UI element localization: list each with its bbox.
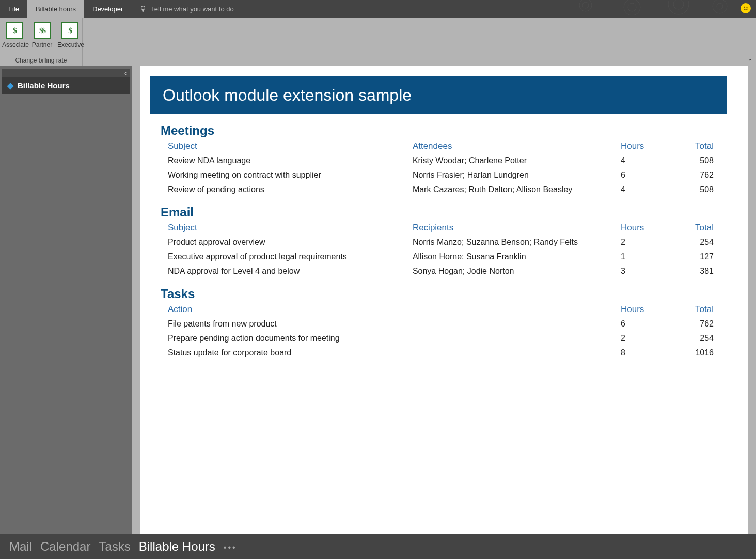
cell-total: 254 (670, 235, 717, 250)
table-row: Product approval overview Norris Manzo; … (161, 235, 717, 250)
rate-partner-label: Partner (31, 41, 53, 49)
table-row: Review of pending actions Mark Cazares; … (161, 182, 717, 197)
section-title-meetings: Meetings (161, 123, 717, 138)
nav-calendar[interactable]: Calendar (40, 539, 90, 554)
rate-associate-button[interactable]: $ Associate (2, 21, 27, 49)
cell-total: 762 (670, 317, 717, 331)
rate-partner-button[interactable]: $$ Partner (31, 21, 53, 49)
page-title: Outlook module extension sample (150, 76, 727, 114)
sidebar: ‹ ◆ Billable Hours (0, 66, 132, 534)
nav-tasks[interactable]: Tasks (99, 539, 130, 554)
col-total: Total (670, 222, 717, 235)
cell-action: Status update for corporate board (161, 346, 613, 360)
table-row: Status update for corporate board 8 1016 (161, 346, 717, 360)
tell-me-placeholder: Tell me what you want to do (151, 5, 233, 13)
cell-hours: 6 (613, 168, 670, 182)
cell-recipients: Sonya Hogan; Jodie Norton (405, 264, 613, 278)
cell-attendees: Norris Frasier; Harlan Lundgren (405, 168, 613, 182)
cell-total: 1016 (670, 346, 717, 360)
cell-recipients: Allison Horne; Susana Franklin (405, 250, 613, 264)
tab-file[interactable]: File (0, 0, 27, 18)
decorative-swirl (565, 0, 741, 15)
svg-point-0 (141, 6, 145, 10)
cell-action: Prepare pending action documents for mee… (161, 331, 613, 346)
lightbulb-icon (139, 5, 147, 12)
table-row: Executive approval of product legal requ… (161, 250, 717, 264)
cell-recipients: Norris Manzo; Suzanna Benson; Randy Felt… (405, 235, 613, 250)
cell-subject: Working meeting on contract with supplie… (161, 168, 405, 182)
dollar-icon: $$ (34, 22, 51, 39)
cell-hours: 2 (613, 235, 670, 250)
col-hours: Hours (613, 222, 670, 235)
sidebar-item-label: Billable Hours (18, 81, 70, 90)
cell-total: 254 (670, 331, 717, 346)
bottom-nav: Mail Calendar Tasks Billable Hours ••• (0, 534, 756, 559)
tab-billable-hours[interactable]: Billable hours (27, 0, 84, 18)
cell-total: 381 (670, 264, 717, 278)
col-hours: Hours (613, 140, 670, 153)
cell-total: 127 (670, 250, 717, 264)
cell-hours: 3 (613, 264, 670, 278)
cell-hours: 6 (613, 317, 670, 331)
content-panel: Outlook module extension sample Meetings… (140, 66, 748, 534)
ribbon-tab-row: File Billable hours Developer Tell me wh… (0, 0, 756, 18)
svg-point-9 (713, 0, 727, 13)
tasks-table: Action Hours Total File patents from new… (161, 303, 717, 360)
col-hours: Hours (613, 303, 670, 317)
ribbon: $ Associate $$ Partner $ Executive Chang… (0, 18, 756, 66)
dollar-icon: $ (61, 22, 78, 39)
table-row: File patents from new product 6 762 (161, 317, 717, 331)
col-attendees: Attendees (405, 140, 613, 153)
svg-point-4 (582, 2, 589, 8)
ribbon-group-label: Change billing rate (0, 57, 82, 64)
email-table: Subject Recipients Hours Total Product a… (161, 222, 717, 278)
cell-subject: Executive approval of product legal requ… (161, 250, 405, 264)
sidebar-collapse-handle[interactable]: ‹ (2, 69, 130, 77)
section-title-email: Email (161, 205, 717, 220)
cell-hours: 4 (613, 153, 670, 168)
cell-attendees: Kristy Woodar; Charlene Potter (405, 153, 613, 168)
cell-hours: 1 (613, 250, 670, 264)
cell-total: 508 (670, 182, 717, 197)
table-row: Review NDA language Kristy Woodar; Charl… (161, 153, 717, 168)
section-title-tasks: Tasks (161, 287, 717, 301)
svg-point-5 (624, 0, 640, 15)
svg-point-12 (746, 7, 747, 8)
tab-developer[interactable]: Developer (84, 0, 131, 18)
cell-hours: 4 (613, 182, 670, 197)
cell-subject: Product approval overview (161, 235, 405, 250)
table-row: Working meeting on contract with supplie… (161, 168, 717, 182)
cell-hours: 2 (613, 331, 670, 346)
rate-associate-label: Associate (2, 41, 27, 49)
col-action: Action (161, 303, 613, 317)
sidebar-item-billable-hours[interactable]: ◆ Billable Hours (2, 77, 130, 94)
cell-total: 508 (670, 153, 717, 168)
meetings-table: Subject Attendees Hours Total Review NDA… (161, 140, 717, 197)
rate-executive-label: Executive (57, 41, 82, 49)
cell-hours: 8 (613, 346, 670, 360)
cell-total: 762 (670, 168, 717, 182)
col-recipients: Recipients (405, 222, 613, 235)
module-icon: ◆ (7, 81, 13, 90)
svg-point-7 (668, 0, 689, 14)
col-total: Total (670, 140, 717, 153)
col-total: Total (670, 303, 717, 317)
cell-subject: Review NDA language (161, 153, 405, 168)
cell-subject: Review of pending actions (161, 182, 405, 197)
svg-point-10 (717, 3, 723, 9)
table-row: NDA approval for Level 4 and below Sonya… (161, 264, 717, 278)
nav-more-icon[interactable]: ••• (224, 541, 237, 552)
nav-mail[interactable]: Mail (9, 539, 32, 554)
collapse-ribbon-button[interactable]: ⌃ (748, 58, 753, 65)
dollar-icon: $ (6, 22, 23, 39)
ribbon-group-change-billing-rate: $ Associate $$ Partner $ Executive Chang… (0, 18, 83, 66)
col-subject: Subject (161, 222, 405, 235)
rate-executive-button[interactable]: $ Executive (57, 21, 82, 49)
svg-point-6 (628, 3, 636, 11)
cell-subject: NDA approval for Level 4 and below (161, 264, 405, 278)
feedback-smiley-icon[interactable] (741, 3, 751, 13)
cell-action: File patents from new product (161, 317, 613, 331)
nav-billable-hours[interactable]: Billable Hours (139, 539, 215, 554)
tell-me-search[interactable]: Tell me what you want to do (131, 0, 233, 18)
svg-point-3 (579, 0, 592, 11)
